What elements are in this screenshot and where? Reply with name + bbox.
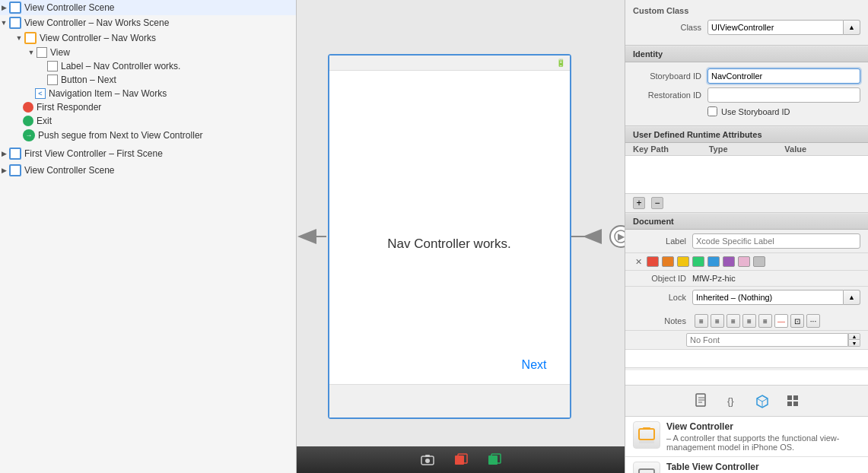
lock-stepper[interactable]: ▲	[844, 290, 860, 305]
storyboard-id-input[interactable]	[707, 68, 860, 84]
entry-arrow	[297, 221, 328, 252]
svg-rect-23	[787, 402, 792, 406]
restoration-id-input[interactable]	[707, 87, 860, 103]
scene-label-1: View Controller Scene	[24, 2, 115, 13]
next-button-canvas[interactable]: Next	[522, 358, 547, 372]
font-stepper-down[interactable]: ▼	[848, 340, 860, 347]
vc-icon	[24, 32, 37, 44]
button-row[interactable]: Button – Next	[0, 73, 296, 87]
svg-text:{}: {}	[727, 395, 734, 407]
doc-label-input[interactable]	[692, 233, 860, 249]
scene-row-4[interactable]: ▶ View Controller Scene	[0, 163, 296, 178]
identity-section: Storyboard ID Restoration ID Use Storybo…	[625, 62, 868, 126]
more-btn[interactable]: ···	[806, 314, 820, 328]
first-responder-row[interactable]: First Responder	[0, 100, 296, 114]
identity-section-header: Identity	[625, 46, 868, 62]
storyboard-icon-2	[9, 17, 21, 29]
segue-circle[interactable]: ▶	[609, 225, 625, 248]
lock-label: Lock	[633, 293, 686, 302]
storyboard-icon-1	[9, 2, 21, 14]
remove-attribute-btn[interactable]: −	[651, 197, 663, 209]
scene-row-3[interactable]: ▶ First View Controller – First Scene	[0, 146, 296, 161]
swatch-yellow[interactable]	[677, 256, 689, 267]
restoration-id-row: Restoration ID	[633, 87, 860, 103]
object-id-value: MfW-Pz-hic	[692, 274, 736, 283]
font-row: ▲ ▼	[625, 331, 868, 350]
add-attribute-btn[interactable]: +	[633, 197, 645, 209]
view-label: View	[50, 47, 70, 58]
phone-frame: 🔋 Nav Controller works. Next	[328, 54, 571, 419]
code-tab-icon[interactable]: {}	[723, 392, 741, 410]
notes-textarea[interactable]	[625, 350, 868, 368]
tvc-library-text: Table View Controller – A controller tha…	[666, 462, 816, 473]
toolbar-exit-icon[interactable]	[485, 451, 504, 469]
expand-arrow-view[interactable]: ▼	[27, 49, 35, 56]
exit-icon	[23, 116, 33, 126]
button-item-label: Button – Next	[61, 75, 116, 85]
storyboard-id-label: Storyboard ID	[633, 71, 701, 81]
vc-navworks-row[interactable]: ▼ View Controller – Nav Works	[0, 30, 296, 46]
expand-arrow-4[interactable]: ▶	[0, 167, 8, 174]
use-storyboard-row: Use Storyboard ID	[633, 106, 860, 116]
document-section-header: Document	[625, 213, 868, 230]
align-center-btn[interactable]: ≡	[711, 314, 724, 328]
svg-line-19	[762, 398, 768, 402]
swatch-pink[interactable]	[738, 256, 750, 267]
navitem-row[interactable]: < Navigation Item – Nav Works	[0, 87, 296, 100]
class-stepper-up[interactable]: ▲	[844, 20, 860, 35]
doc-label-row: Label	[625, 230, 868, 253]
grid-tab-icon[interactable]	[784, 392, 802, 410]
indent-btn[interactable]: ≡	[758, 314, 772, 328]
toolbar-camera-icon[interactable]	[418, 451, 437, 469]
align-right-btn[interactable]: ≡	[727, 314, 740, 328]
battery-icon: 🔋	[556, 59, 565, 67]
file-tab-icon[interactable]	[692, 392, 711, 410]
exit-row[interactable]: Exit	[0, 114, 296, 128]
lock-input-container: ▲	[692, 290, 860, 305]
user-defined-toolbar: + −	[625, 194, 868, 213]
col-key-header: Key Path	[633, 144, 709, 154]
font-stepper-up[interactable]: ▲	[848, 333, 860, 340]
expand-arrow-1[interactable]: ▶	[0, 4, 8, 11]
resize-btn[interactable]: ⊡	[790, 314, 804, 328]
swatch-purple[interactable]	[723, 256, 735, 267]
strikethrough-btn[interactable]: —	[774, 314, 788, 328]
swatch-green[interactable]	[692, 256, 704, 267]
doc-label-label: Label	[633, 236, 686, 246]
toolbar-cube-icon[interactable]	[452, 451, 470, 469]
expand-arrow-2[interactable]: ▼	[0, 19, 8, 27]
svg-rect-28	[639, 469, 654, 473]
label-icon	[47, 61, 58, 71]
swatch-red[interactable]	[647, 256, 659, 267]
use-storyboard-checkbox[interactable]	[707, 106, 717, 116]
class-input[interactable]	[707, 20, 844, 35]
cube-tab-icon[interactable]	[753, 392, 771, 410]
svg-rect-26	[643, 427, 650, 430]
svg-marker-0	[297, 229, 316, 244]
canvas-bottom-toolbar	[297, 446, 625, 473]
swatch-orange[interactable]	[662, 256, 674, 267]
storyboard-icon-3	[9, 148, 21, 160]
phone-body: Nav Controller works. Next	[329, 71, 570, 417]
expand-arrow-3[interactable]: ▶	[0, 150, 8, 157]
scene-row-2[interactable]: ▼ View Controller – Nav Works Scene	[0, 15, 296, 30]
storyboard-scene: 🔋 Nav Controller works. Next ▶	[297, 54, 625, 419]
navitem-icon: <	[35, 88, 46, 99]
swatch-blue[interactable]	[707, 256, 720, 267]
svg-point-7	[425, 459, 430, 463]
color-clear-btn[interactable]: ✕	[633, 256, 644, 267]
scene-row-1[interactable]: ▶ View Controller Scene	[0, 0, 296, 15]
align-left-btn[interactable]: ≡	[695, 314, 708, 328]
view-row[interactable]: ▼ View	[0, 46, 296, 59]
label-row[interactable]: Label – Nav Controller works.	[0, 59, 296, 73]
expand-arrow-vc[interactable]: ▼	[15, 34, 23, 42]
vc-library-desc: – A controller that supports the functio…	[666, 433, 860, 452]
swatch-gray[interactable]	[753, 256, 765, 267]
scene-label-4: View Controller Scene	[24, 165, 115, 176]
first-responder-label: First Responder	[37, 102, 101, 113]
segue-row[interactable]: → Push segue from Next to View Controlle…	[0, 128, 296, 143]
font-input[interactable]	[686, 333, 848, 347]
svg-line-18	[757, 398, 762, 402]
lock-input[interactable]	[692, 290, 844, 305]
align-justify-btn[interactable]: ≡	[742, 314, 756, 328]
